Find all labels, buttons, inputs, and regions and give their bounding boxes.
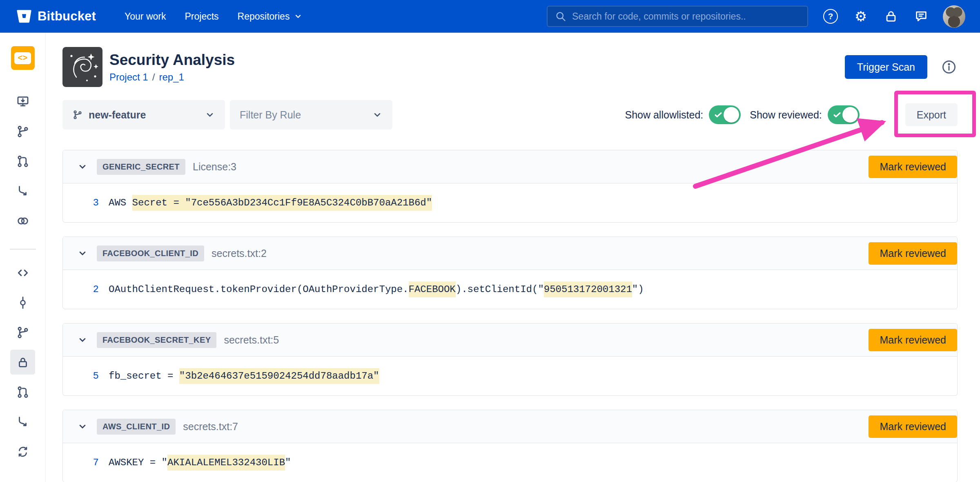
sidebar-item-flow[interactable] [10,409,35,434]
code-text: fb_secret = [109,370,179,382]
check-icon [832,110,842,120]
clone-icon [16,95,30,109]
finding-header: GENERIC_SECRET License:3 Mark reviewed [63,150,957,183]
breadcrumb-separator: / [152,71,155,83]
secret-highlight: Secret = "7ce556A3bD234Cc1Ff9E8A5C324C0b… [132,195,432,211]
collapse-chevron-icon[interactable] [76,420,89,433]
rule-filter-dropdown[interactable]: Filter By Rule [230,100,392,129]
collapse-chevron-icon[interactable] [76,247,89,259]
secret-highlight: 950513172001321 [544,281,632,297]
finding-card: GENERIC_SECRET License:3 Mark reviewed 3… [62,150,958,223]
secret-highlight: AKIALALEMEL332430LIB [167,455,285,471]
main-content: Security Analysis Project 1 / rep_1 Trig… [46,33,980,482]
chevron-down-icon [372,109,383,120]
sidebar-item-branch[interactable] [10,119,35,144]
mark-reviewed-button[interactable]: Mark reviewed [869,156,957,178]
breadcrumb-repo-link[interactable]: rep_1 [159,71,184,83]
settings-button[interactable]: ⚙ [852,8,869,25]
code-line-number: 3 [63,197,99,208]
secret-highlight: FACEBOOK [409,281,456,297]
finding-card: FACEBOOK_SECRET_KEY secrets.txt:5 Mark r… [62,323,958,396]
sidebar-item-deployments[interactable] [10,208,35,233]
flow-icon [16,415,30,429]
sync-icon [16,445,30,459]
collapse-chevron-icon[interactable] [76,161,89,173]
finding-card: FACEBOOK_CLIENT_ID secrets.txt:2 Mark re… [62,237,958,309]
pull-requests-icon [16,385,30,399]
code-text: " [285,457,291,468]
export-button[interactable]: Export [905,103,958,126]
finding-location: secrets.txt:7 [183,421,238,433]
commits-icon [16,296,30,310]
chevron-down-icon [205,109,215,120]
sidebar-item-pull-request[interactable] [10,149,35,174]
repo-avatar-image [62,47,102,87]
collapse-chevron-icon[interactable] [76,334,89,346]
code-text: AWSKEY = " [109,457,167,468]
page-header: Security Analysis Project 1 / rep_1 Trig… [62,47,958,87]
findings-list: GENERIC_SECRET License:3 Mark reviewed 3… [62,150,958,482]
help-button[interactable]: ? [822,8,839,25]
pipelines-icon [16,184,30,198]
top-navigation: Bitbucket Your work Projects Repositorie… [0,0,980,33]
feedback-button[interactable] [913,8,930,25]
pull-request-icon [16,154,30,168]
finding-code-row: 2 OAuthClientRequest.tokenProvider(OAuth… [63,270,957,309]
show-allowlisted-toggle[interactable] [709,105,741,124]
finding-code-row: 7 AWSKEY = "AKIALALEMEL332430LIB" [63,443,957,482]
global-search[interactable] [547,6,808,27]
security-lock-icon [16,355,30,369]
gear-icon: ⚙ [855,9,867,23]
search-icon [555,11,566,22]
rule-filter-placeholder: Filter By Rule [240,109,301,121]
code-line: OAuthClientRequest.tokenProvider(OAuthPr… [109,284,644,295]
info-icon [941,59,957,75]
sidebar: <> [0,33,46,482]
code-line-number: 2 [63,284,99,295]
branches-icon [16,326,30,339]
finding-location: secrets.txt:5 [224,334,279,346]
nav-repositories-label: Repositories [238,11,290,22]
code-line-number: 5 [63,370,99,382]
mark-reviewed-button[interactable]: Mark reviewed [869,242,957,265]
finding-header: FACEBOOK_SECRET_KEY secrets.txt:5 Mark r… [63,324,957,357]
sidebar-item-commits[interactable] [10,290,35,315]
nav-actions: ? ⚙ [822,5,965,28]
branch-selector[interactable]: new-feature [62,100,225,129]
search-input[interactable] [572,11,800,22]
info-button[interactable] [940,58,958,76]
filter-toggles: Show allowlisted: Show reviewed: Export [625,103,958,126]
deployments-icon [16,214,30,228]
rule-badge: FACEBOOK_SECRET_KEY [97,332,216,348]
finding-header: AWS_CLIENT_ID secrets.txt:7 Mark reviewe… [63,410,957,443]
toggle-knob [842,107,858,123]
mark-reviewed-button[interactable]: Mark reviewed [869,415,957,438]
sidebar-item-branches[interactable] [10,320,35,345]
sidebar-item-pipelines[interactable] [10,179,35,203]
repo-avatar-button[interactable]: <> [11,46,35,70]
sidebar-item-source[interactable] [10,260,35,285]
user-avatar[interactable] [943,5,965,28]
code-text: ).setClientId(" [456,284,544,295]
nav-projects[interactable]: Projects [185,11,218,22]
breadcrumb-project-link[interactable]: Project 1 [109,71,148,83]
trigger-scan-button[interactable]: Trigger Scan [845,55,927,79]
bitbucket-logo[interactable]: Bitbucket [16,9,96,24]
sidebar-item-security[interactable] [10,350,35,375]
finding-location: secrets.txt:2 [212,248,267,259]
repo-avatar-icon: <> [14,52,31,64]
brand-name: Bitbucket [38,9,96,24]
show-reviewed-toggle[interactable] [828,105,860,124]
lock-icon [884,9,898,23]
security-nav-button[interactable] [882,8,900,25]
nav-repositories[interactable]: Repositories [238,11,303,22]
code-line: fb_secret = "3b2e464637e5159024254dd78aa… [109,370,379,382]
sidebar-item-clone[interactable] [10,89,35,114]
branch-selector-value: new-feature [89,109,146,121]
sidebar-item-sync[interactable] [10,439,35,464]
code-text: AWS [109,197,132,208]
sidebar-item-pull-requests[interactable] [10,379,35,404]
nav-your-work[interactable]: Your work [125,11,166,22]
mark-reviewed-button[interactable]: Mark reviewed [869,329,957,351]
finding-code-row: 3 AWS Secret = "7ce556A3bD234Cc1Ff9E8A5C… [63,183,957,222]
